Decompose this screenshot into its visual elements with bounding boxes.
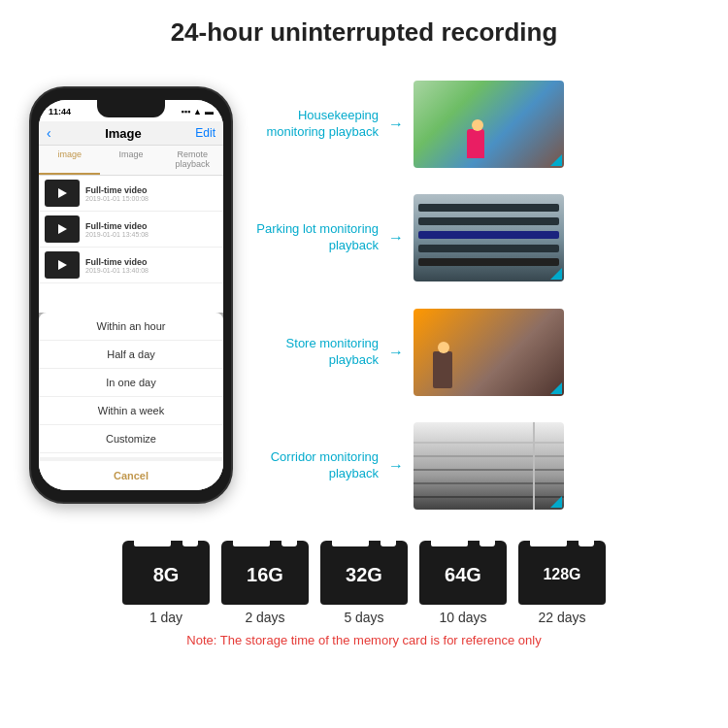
monitoring-img-3	[414, 309, 564, 396]
edit-button[interactable]: Edit	[195, 126, 215, 140]
video-title-2: Full-time video	[85, 221, 217, 231]
monitoring-row-3: Store monitoring playback →	[252, 309, 709, 396]
phone-body: 11:44 ▪▪▪ ▲ ▬ ‹ Image Edit image Ima	[29, 86, 233, 504]
dropdown-menu: Within an hour Half a day In one day Wit…	[39, 313, 223, 490]
monitoring-section: Housekeeping monitoring playback → Parki…	[252, 57, 709, 533]
storage-card-8g: 8G 1 day	[122, 541, 210, 625]
video-info-1: Full-time video 2019-01-01 15:00:08	[85, 185, 217, 202]
storage-card-32g: 32G 5 days	[320, 541, 408, 625]
monitoring-row-4: Corridor monitoring playback →	[252, 422, 709, 510]
monitoring-img-2	[414, 194, 564, 281]
monitoring-img-4	[414, 422, 564, 510]
monitoring-arrow-4: →	[388, 457, 404, 475]
storage-card-128g: 128G 22 days	[518, 541, 606, 625]
sd-card-8g: 8G	[122, 541, 210, 605]
phone-time: 11:44	[49, 107, 71, 116]
wifi-icon: ▲	[193, 107, 202, 116]
dropdown-item-5[interactable]: Customize	[39, 425, 223, 453]
storage-card-64g: 64G 10 days	[419, 541, 507, 625]
monitoring-arrow-3: →	[388, 344, 404, 361]
storage-cards: 8G 1 day 16G 2 days 32G 5 days 64G 10 da…	[122, 541, 606, 625]
play-icon-3	[58, 260, 67, 270]
sd-card-128g: 128G	[518, 541, 606, 605]
video-info-2: Full-time video 2019-01-01 13:45:08	[85, 221, 217, 238]
app-tabs: image Image Remote playback	[39, 146, 223, 176]
corner-arrow-1	[550, 154, 562, 166]
page-title: 24-hour uninterrupted recording	[19, 17, 709, 48]
storage-days-16g: 2 days	[245, 610, 284, 625]
play-icon-2	[58, 224, 67, 234]
corner-arrow-4	[550, 496, 562, 508]
sd-label-128g: 128G	[543, 566, 580, 583]
video-item-1[interactable]: Full-time video 2019-01-01 15:00:08	[39, 176, 223, 212]
phone-screen: 11:44 ▪▪▪ ▲ ▬ ‹ Image Edit image Ima	[39, 100, 223, 490]
video-title-1: Full-time video	[85, 185, 217, 195]
monitoring-arrow-2: →	[388, 229, 404, 247]
storage-days-128g: 22 days	[538, 610, 585, 625]
tab-remote-playback[interactable]: Remote playback	[162, 146, 223, 175]
monitoring-label-4: Corridor monitoring playback	[252, 449, 379, 482]
video-item-2[interactable]: Full-time video 2019-01-01 13:45:08	[39, 212, 223, 248]
dropdown-item-1[interactable]: Within an hour	[39, 313, 223, 341]
video-title-3: Full-time video	[85, 257, 217, 267]
sd-label-64g: 64G	[445, 564, 481, 586]
back-button[interactable]: ‹	[47, 125, 51, 141]
status-icons: ▪▪▪ ▲ ▬	[182, 107, 215, 116]
phone-notch	[97, 100, 165, 117]
dropdown-item-2[interactable]: Half a day	[39, 341, 223, 369]
dropdown-cancel[interactable]: Cancel	[39, 457, 223, 490]
video-date-3: 2019-01-01 13:40:08	[85, 267, 217, 274]
play-icon-1	[58, 188, 67, 198]
corner-arrow-3	[550, 382, 562, 394]
app-header: ‹ Image Edit	[39, 121, 223, 146]
tab-image[interactable]: image	[39, 146, 100, 175]
video-thumbnail-1	[45, 180, 80, 207]
video-thumbnail-3	[45, 251, 80, 279]
storage-card-16g: 16G 2 days	[221, 541, 309, 625]
sd-card-32g: 32G	[320, 541, 408, 605]
battery-icon: ▬	[205, 107, 214, 116]
storage-days-32g: 5 days	[344, 610, 383, 625]
video-date-1: 2019-01-01 15:00:08	[85, 195, 217, 202]
tab-image2[interactable]: Image	[100, 146, 161, 175]
monitoring-label-2: Parking lot monitoring playback	[252, 221, 379, 254]
video-info-3: Full-time video 2019-01-01 13:40:08	[85, 257, 217, 274]
dropdown-overlay: Within an hour Half a day In one day Wit…	[39, 313, 223, 490]
storage-days-64g: 10 days	[439, 610, 486, 625]
video-item-3[interactable]: Full-time video 2019-01-01 13:40:08	[39, 248, 223, 283]
dropdown-item-3[interactable]: In one day	[39, 369, 223, 397]
phone-mockup: 11:44 ▪▪▪ ▲ ▬ ‹ Image Edit image Ima	[19, 57, 243, 533]
monitoring-row-2: Parking lot monitoring playback →	[252, 194, 709, 281]
dropdown-item-4[interactable]: Within a week	[39, 397, 223, 425]
monitoring-img-1	[414, 81, 564, 168]
video-date-2: 2019-01-01 13:45:08	[85, 231, 217, 238]
storage-section: 8G 1 day 16G 2 days 32G 5 days 64G 10 da…	[0, 533, 728, 651]
app-title: Image	[105, 126, 142, 141]
sd-label-8g: 8G	[153, 564, 180, 586]
page-header: 24-hour uninterrupted recording	[0, 0, 728, 57]
storage-days-8g: 1 day	[149, 610, 182, 625]
sd-card-16g: 16G	[221, 541, 309, 605]
monitoring-row-1: Housekeeping monitoring playback →	[252, 81, 709, 168]
sd-label-32g: 32G	[346, 564, 382, 586]
sd-label-16g: 16G	[247, 564, 283, 586]
sd-card-64g: 64G	[419, 541, 507, 605]
video-thumbnail-2	[45, 215, 80, 243]
signal-icon: ▪▪▪	[182, 107, 191, 116]
video-list: Full-time video 2019-01-01 15:00:08 Full…	[39, 176, 223, 283]
monitoring-label-1: Housekeeping monitoring playback	[252, 108, 379, 141]
corner-arrow-2	[550, 268, 562, 280]
monitoring-arrow-1: →	[388, 116, 404, 133]
storage-note: Note: The storage time of the memory car…	[186, 633, 541, 647]
monitoring-label-3: Store monitoring playback	[252, 336, 379, 369]
